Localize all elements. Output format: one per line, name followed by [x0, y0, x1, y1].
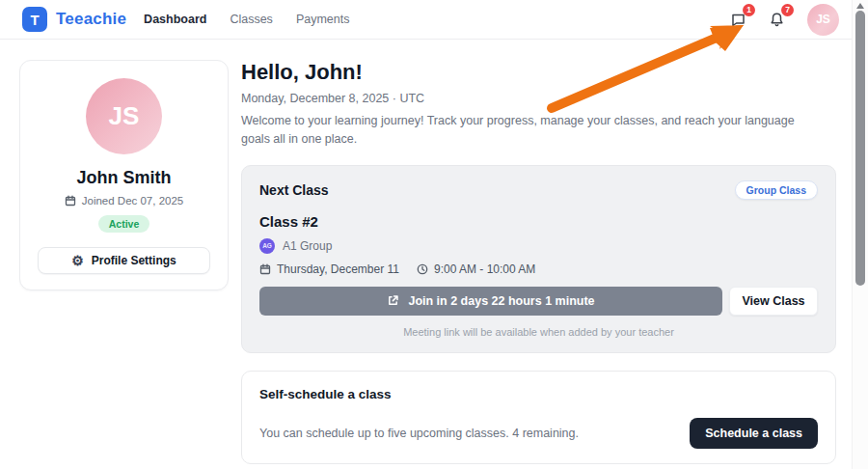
clock-icon [417, 263, 428, 275]
profile-settings-label: Profile Settings [92, 254, 176, 267]
brand-logo-icon: T [22, 7, 47, 32]
self-schedule-card: Self-schedule a class You can schedule u… [241, 371, 836, 464]
self-schedule-title: Self-schedule a class [259, 387, 818, 401]
chat-button[interactable]: 1 [730, 12, 746, 28]
calendar-icon [65, 195, 76, 207]
scrollbar-thumb[interactable] [855, 11, 865, 286]
calendar-icon [259, 263, 271, 275]
profile-avatar: JS [86, 78, 162, 154]
class-type-badge[interactable]: Group Class [735, 180, 818, 200]
nav-item-dashboard[interactable]: Dashboard [144, 13, 206, 26]
schedule-class-button[interactable]: Schedule a class [690, 418, 818, 449]
scrollbar-up-arrow-icon[interactable] [856, 3, 864, 9]
top-navbar: T Teeachie Dashboard Classes Payments 1 … [0, 0, 868, 40]
self-schedule-description: You can schedule up to five upcoming cla… [259, 427, 579, 440]
external-link-icon [387, 294, 399, 307]
profile-name: John Smith [77, 168, 172, 188]
welcome-text: Welcome to your learning journey! Track … [241, 112, 824, 149]
chat-badge: 1 [743, 4, 755, 16]
main-content: Hello, John! Monday, December 8, 2025 · … [241, 60, 836, 464]
group-name: A1 Group [283, 239, 332, 253]
next-class-title: Next Class [259, 182, 329, 198]
vertical-scrollbar[interactable] [852, 0, 868, 469]
profile-card: JS John Smith Joined Dec 07, 2025 Active… [19, 60, 229, 290]
meeting-link-note: Meeting link will be available when adde… [259, 326, 818, 338]
brand-name: Teeachie [56, 10, 126, 29]
notifications-button[interactable]: 7 [769, 12, 785, 28]
join-class-button[interactable]: Join in 2 days 22 hours 1 minute [259, 287, 722, 316]
class-date: Thursday, December 11 [277, 262, 399, 276]
notifications-badge: 7 [781, 4, 794, 16]
view-class-button[interactable]: View Class [729, 287, 818, 316]
profile-settings-button[interactable]: ⚙ Profile Settings [38, 247, 210, 274]
date-line: Monday, December 8, 2025 · UTC [241, 92, 836, 105]
dashboard-page: JS John Smith Joined Dec 07, 2025 Active… [0, 40, 868, 464]
group-avatar: AG [259, 238, 275, 254]
status-badge: Active [98, 215, 150, 233]
class-time: 9:00 AM - 10:00 AM [434, 262, 535, 276]
class-name: Class #2 [259, 213, 818, 230]
gear-icon: ⚙ [71, 254, 84, 267]
main-nav: Dashboard Classes Payments [144, 13, 349, 26]
next-class-card: Next Class Group Class Class #2 AG A1 Gr… [241, 165, 836, 353]
joined-date: Joined Dec 07, 2025 [82, 195, 184, 207]
user-avatar[interactable]: JS [807, 4, 839, 36]
join-class-label: Join in 2 days 22 hours 1 minute [408, 294, 594, 308]
brand[interactable]: T Teeachie [22, 7, 126, 32]
nav-item-classes[interactable]: Classes [230, 13, 272, 26]
nav-item-payments[interactable]: Payments [296, 13, 350, 26]
page-title: Hello, John! [241, 60, 836, 85]
